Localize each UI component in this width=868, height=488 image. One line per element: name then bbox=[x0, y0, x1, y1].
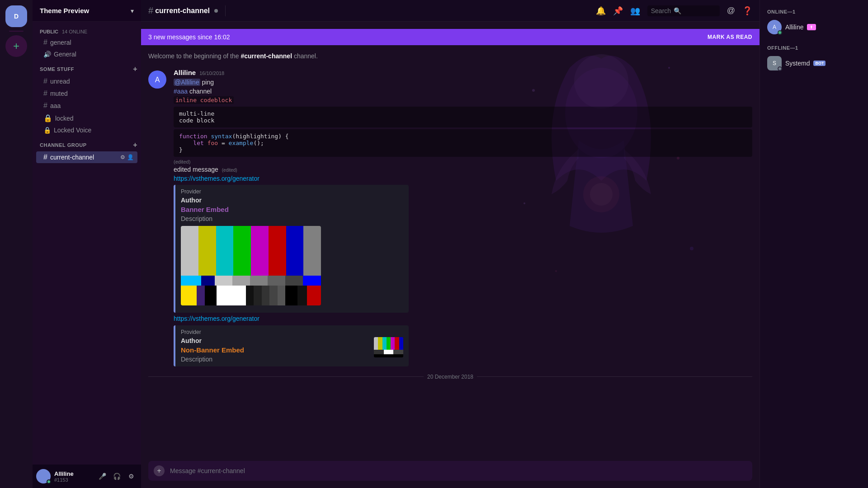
message-input-box: + Message #current-channel bbox=[148, 461, 752, 481]
at-icon[interactable]: @ bbox=[727, 6, 735, 15]
embed-description-2: Description bbox=[181, 356, 368, 363]
server-sidebar: D + bbox=[0, 0, 33, 488]
date-line-right bbox=[477, 376, 752, 377]
member-systemd[interactable]: S Systemd BOT bbox=[764, 54, 864, 72]
embed-author-2: Author bbox=[181, 337, 368, 344]
user-info: Alliline #1153 bbox=[54, 470, 92, 483]
svg-text:A: A bbox=[155, 76, 160, 84]
some-stuff-header[interactable]: SOME STUFF + bbox=[33, 63, 141, 75]
voice-icon: 🔊 bbox=[43, 51, 51, 58]
search-box[interactable]: Search 🔍 bbox=[647, 5, 720, 16]
server-icon-active[interactable]: D bbox=[5, 5, 27, 27]
bot-badge: BOT bbox=[813, 61, 826, 66]
message-input-area: + Message #current-channel bbox=[141, 461, 760, 488]
user-avatar[interactable] bbox=[36, 469, 51, 483]
member-status-online bbox=[778, 30, 782, 35]
some-stuff-label: SOME STUFF bbox=[40, 66, 74, 72]
message-avatar-alliline[interactable]: A bbox=[148, 70, 166, 89]
member-alliline[interactable]: A Alliline ⬆ bbox=[764, 18, 864, 36]
help-icon[interactable]: ❓ bbox=[742, 6, 752, 16]
user-controls: 🎤 🎧 ⚙ bbox=[96, 470, 137, 483]
chevron-down-icon: ▾ bbox=[131, 7, 134, 14]
channel-name-locked-voice: Locked Voice bbox=[54, 127, 91, 134]
channel-name-muted: muted bbox=[50, 90, 68, 97]
channel-item-aaa[interactable]: # aaa bbox=[36, 100, 137, 112]
channel-item-current[interactable]: # current-channel ⚙ 👤 bbox=[36, 151, 137, 163]
svg-text:D: D bbox=[14, 13, 19, 20]
code-block-syntax: function syntax(highlighting) { let foo … bbox=[174, 129, 752, 157]
channel-item-locked-voice[interactable]: 🔒 Locked Voice bbox=[36, 125, 137, 136]
color-bars-bottom bbox=[181, 286, 321, 305]
server-divider bbox=[9, 31, 24, 32]
member-avatar-alliline: A bbox=[767, 20, 782, 34]
date-line-left bbox=[148, 376, 424, 377]
add-file-button[interactable]: + bbox=[154, 465, 165, 476]
lock-icon: 🔒 bbox=[43, 114, 52, 122]
server-header[interactable]: Theme Preview ▾ bbox=[33, 0, 141, 22]
online-count: 14 ONLINE bbox=[62, 29, 87, 34]
channel-group-section: CHANNEL GROUP + # current-channel ⚙ 👤 bbox=[33, 139, 141, 163]
welcome-suffix: channel. bbox=[292, 52, 318, 60]
channel-settings-icon[interactable]: ⚙ bbox=[120, 154, 125, 160]
pin-icon[interactable]: 📌 bbox=[613, 6, 623, 16]
online-members-label: ONLINE—1 bbox=[764, 7, 864, 16]
members-icon[interactable]: 👥 bbox=[630, 6, 640, 16]
embed-non-banner: Provider Author Non-Banner Embed Descrip… bbox=[174, 325, 409, 366]
channel-group-label: CHANNEL GROUP bbox=[40, 142, 86, 148]
member-status-offline bbox=[778, 66, 782, 71]
member-name-systemd: Systemd bbox=[785, 60, 810, 67]
messages-area[interactable]: 3 new messages since 16:02 MARK AS READ … bbox=[141, 22, 760, 461]
public-section: public 14 ONLINE # general 🔊 General bbox=[33, 25, 141, 60]
online-members-section: ONLINE—1 A Alliline ⬆ bbox=[764, 7, 864, 36]
message-header: Alliline 16/10/2018 bbox=[174, 69, 752, 76]
search-placeholder: Search bbox=[651, 7, 671, 14]
embed-link-1[interactable]: https://vsthemes.org/generator bbox=[174, 175, 259, 182]
channel-invite-icon[interactable]: 👤 bbox=[127, 154, 134, 160]
embed-author-1: Author bbox=[181, 197, 403, 204]
mention-alliline: @Alliline bbox=[174, 79, 200, 86]
code-block-multiline: multi-linecode block bbox=[174, 107, 752, 127]
offline-members-label: OFFLINE—1 bbox=[764, 43, 864, 52]
channel-name-unread: unread bbox=[50, 78, 70, 85]
channel-item-general[interactable]: # general bbox=[36, 37, 137, 48]
member-avatar-systemd: S bbox=[767, 56, 782, 70]
channel-list: public 14 ONLINE # general 🔊 General SOM… bbox=[33, 22, 141, 465]
add-channel-icon[interactable]: + bbox=[133, 65, 137, 73]
hash-icon-unread: # bbox=[43, 77, 47, 85]
deafen-button[interactable]: 🎧 bbox=[110, 470, 123, 483]
channel-header: # current-channel 🔔 📌 👥 Search 🔍 @ ❓ bbox=[141, 0, 760, 22]
main-content: # current-channel 🔔 📌 👥 Search 🔍 @ ❓ 3 n… bbox=[141, 0, 760, 488]
channel-item-muted[interactable]: # muted bbox=[36, 88, 137, 99]
hash-icon-current: # bbox=[43, 153, 47, 161]
embed-provider-2: Provider bbox=[181, 329, 403, 335]
color-bars-thumbnail bbox=[374, 337, 403, 357]
settings-button[interactable]: ⚙ bbox=[125, 470, 137, 483]
channel-name-aaa: aaa bbox=[50, 102, 61, 109]
add-server-button[interactable]: + bbox=[5, 35, 27, 57]
embed-provider-1: Provider bbox=[181, 188, 403, 195]
channel-group-header[interactable]: CHANNEL GROUP + bbox=[33, 139, 141, 151]
message-input[interactable]: Message #current-channel bbox=[170, 467, 747, 474]
message-line-1: @Alliline ping bbox=[174, 78, 752, 87]
embed-link-2[interactable]: https://vsthemes.org/generator bbox=[174, 315, 259, 322]
notification-bell-icon[interactable]: 🔔 bbox=[596, 6, 606, 16]
some-stuff-section: SOME STUFF + # unread # muted # aaa 🔒 lo… bbox=[33, 63, 141, 136]
channel-item-unread[interactable]: # unread bbox=[36, 75, 137, 87]
channel-item-general-voice[interactable]: 🔊 General bbox=[36, 49, 137, 60]
server-name: Theme Preview bbox=[40, 7, 89, 14]
channel-name-current: current-channel bbox=[50, 154, 94, 161]
channel-name-locked: locked bbox=[55, 115, 73, 122]
embed-title-non-banner: Non-Banner Embed bbox=[181, 346, 368, 354]
mark-as-read-button[interactable]: MARK AS READ bbox=[708, 34, 752, 40]
channel-title: current-channel bbox=[155, 7, 210, 15]
message-group: A Alliline 16/10/2018 @Alliline ping #aa… bbox=[141, 67, 760, 370]
channel-status-dot bbox=[214, 9, 218, 13]
new-messages-bar: 3 new messages since 16:02 MARK AS READ bbox=[141, 29, 760, 45]
user-panel: Alliline #1153 🎤 🎧 ⚙ bbox=[33, 465, 141, 488]
add-channel-group-icon[interactable]: + bbox=[133, 141, 137, 149]
channel-header-name: # current-channel bbox=[148, 5, 218, 16]
mute-button[interactable]: 🎤 bbox=[96, 470, 108, 483]
channel-name-general-voice: General bbox=[54, 51, 76, 58]
color-bars-top bbox=[181, 226, 321, 276]
channel-item-locked[interactable]: 🔒 locked bbox=[36, 112, 137, 124]
